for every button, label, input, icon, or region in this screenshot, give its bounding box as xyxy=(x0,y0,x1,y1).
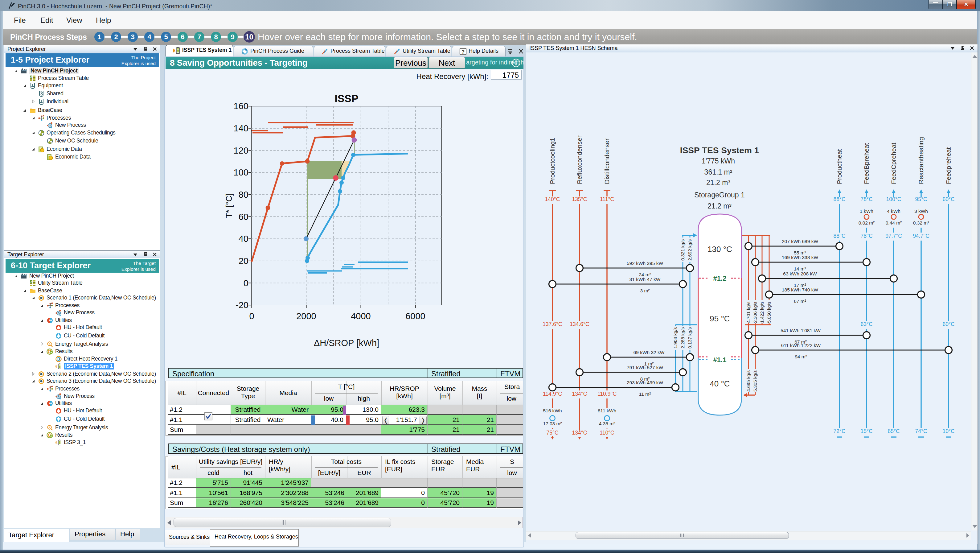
svg-text:?: ? xyxy=(461,49,465,55)
svg-text:80: 80 xyxy=(239,190,248,199)
svg-text:95°C: 95°C xyxy=(915,196,927,202)
svg-text:1'775 kWh: 1'775 kWh xyxy=(702,157,735,165)
svg-text:88°C: 88°C xyxy=(833,196,845,202)
svg-text:5.305 kg/s: 5.305 kg/s xyxy=(752,370,758,392)
svg-text:63°C: 63°C xyxy=(861,321,872,327)
svg-text:X: X xyxy=(30,75,32,78)
svg-text:135°C: 135°C xyxy=(572,196,587,202)
svg-text:160: 160 xyxy=(234,101,248,111)
svg-text:Distillcondenser: Distillcondenser xyxy=(603,139,610,184)
svg-text:78°C: 78°C xyxy=(861,196,872,202)
svg-text:ISSP TES System 1: ISSP TES System 1 xyxy=(680,145,759,155)
svg-text:361.1 m²: 361.1 m² xyxy=(705,168,732,176)
svg-text:140: 140 xyxy=(234,123,248,133)
svg-text:592 kWh 395 kW: 592 kWh 395 kW xyxy=(627,261,663,266)
svg-text:94 m²: 94 m² xyxy=(795,354,807,359)
svg-text:69 kWh 32 kW: 69 kWh 32 kW xyxy=(633,350,665,355)
svg-text:FeedCpreheat: FeedCpreheat xyxy=(890,143,897,184)
svg-text:169 kWh 338 kW: 169 kWh 338 kW xyxy=(782,255,818,260)
svg-text:100: 100 xyxy=(234,167,248,177)
svg-text:541 kWh 1'081 kW: 541 kWh 1'081 kW xyxy=(781,328,821,333)
svg-text:Feedpreheat: Feedpreheat xyxy=(945,147,952,184)
svg-text:0: 0 xyxy=(243,278,248,288)
svg-text:78°C: 78°C xyxy=(861,233,872,239)
svg-text:20: 20 xyxy=(239,256,248,266)
svg-text:94.7°C: 94.7°C xyxy=(913,233,929,239)
svg-text:120: 120 xyxy=(234,145,248,155)
svg-text:207 kWh 689 kW: 207 kWh 689 kW xyxy=(782,239,818,244)
svg-text:6000: 6000 xyxy=(406,311,425,321)
svg-text:114.9°C: 114.9°C xyxy=(543,391,562,397)
svg-text:0.44 m²: 0.44 m² xyxy=(886,220,902,225)
svg-text:-20: -20 xyxy=(235,300,248,310)
svg-text:4.35 m²: 4.35 m² xyxy=(599,421,615,426)
svg-text:2.288 kg/s: 2.288 kg/s xyxy=(680,327,685,349)
svg-text:140°C: 140°C xyxy=(545,196,560,202)
svg-text:StorageGroup 1: StorageGroup 1 xyxy=(694,191,745,199)
svg-text:185 kWh 740 kW: 185 kWh 740 kW xyxy=(782,287,818,292)
svg-text:110.9°C: 110.9°C xyxy=(597,391,617,397)
svg-text:FeedBpreheat: FeedBpreheat xyxy=(863,143,870,184)
svg-text:ISSP: ISSP xyxy=(334,92,358,104)
svg-text:95 °C: 95 °C xyxy=(710,314,730,323)
svg-text:2000: 2000 xyxy=(296,311,316,321)
svg-text:293 kWh 439 kW: 293 kWh 439 kW xyxy=(627,380,663,385)
svg-text:1 kWh: 1 kWh xyxy=(860,209,873,214)
svg-text:14 m²: 14 m² xyxy=(794,266,806,271)
svg-text:Productheat: Productheat xyxy=(836,149,843,184)
svg-text:T* [°C]: T* [°C] xyxy=(224,193,234,218)
svg-text:4.701 kg/s: 4.701 kg/s xyxy=(746,302,751,323)
svg-text:88°C: 88°C xyxy=(833,233,845,239)
svg-text:2.306 kg/s: 2.306 kg/s xyxy=(752,302,758,323)
svg-text:X: X xyxy=(30,280,32,283)
svg-text:Reactantheating: Reactantheating xyxy=(918,137,924,184)
svg-text:5.050 kg/s: 5.050 kg/s xyxy=(766,302,772,323)
svg-text:31 kWh 47 kW: 31 kWh 47 kW xyxy=(630,277,661,282)
svg-text:10°C: 10°C xyxy=(942,428,955,434)
svg-text:63 kWh 208 kW: 63 kWh 208 kW xyxy=(783,271,817,276)
svg-text:134.6°C: 134.6°C xyxy=(570,321,589,327)
svg-text:611 kWh 1'222 kW: 611 kWh 1'222 kW xyxy=(781,343,821,348)
svg-text:#1.2: #1.2 xyxy=(713,274,727,282)
svg-text:130 °C: 130 °C xyxy=(708,245,732,254)
svg-text:791 kWh 527 kW: 791 kWh 527 kW xyxy=(627,365,663,370)
svg-text:60°C: 60°C xyxy=(942,321,955,327)
svg-text:4.695 kg/s: 4.695 kg/s xyxy=(746,370,751,392)
svg-text:15°C: 15°C xyxy=(861,428,872,434)
svg-text:100°C: 100°C xyxy=(886,196,901,202)
svg-text:1.422 kg/s: 1.422 kg/s xyxy=(759,302,765,323)
svg-text:0: 0 xyxy=(249,311,254,321)
svg-text:516 kWh: 516 kWh xyxy=(543,408,562,413)
svg-text:134°C: 134°C xyxy=(572,430,587,436)
svg-text:75°C: 75°C xyxy=(546,430,558,436)
svg-text:67 m²: 67 m² xyxy=(794,298,806,304)
svg-text:74°C: 74°C xyxy=(915,428,927,434)
svg-text:4000: 4000 xyxy=(351,311,371,321)
svg-text:811 kWh: 811 kWh xyxy=(598,408,616,413)
svg-text:40: 40 xyxy=(239,234,248,244)
svg-text:Productcooling1: Productcooling1 xyxy=(549,137,556,184)
svg-text:4 kWh: 4 kWh xyxy=(887,209,900,214)
svg-text:11 m²: 11 m² xyxy=(639,391,651,397)
svg-text:21.2 m³: 21.2 m³ xyxy=(706,178,730,186)
svg-text:#1.1: #1.1 xyxy=(713,356,727,363)
svg-text:72°C: 72°C xyxy=(833,428,845,434)
svg-text:3 m²: 3 m² xyxy=(640,288,650,293)
svg-text:3 kWh: 3 kWh xyxy=(914,209,928,214)
svg-text:0.321 kg/s: 0.321 kg/s xyxy=(680,239,685,261)
svg-text:60: 60 xyxy=(239,212,248,222)
svg-text:65°C: 65°C xyxy=(888,428,900,434)
svg-text:21.2 m³: 21.2 m³ xyxy=(708,202,732,210)
svg-text:60°C: 60°C xyxy=(942,196,955,202)
svg-text:97.7°C: 97.7°C xyxy=(885,233,902,239)
svg-text:ΔH/SROP [kWh]: ΔH/SROP [kWh] xyxy=(314,338,379,348)
svg-text:134°C: 134°C xyxy=(572,391,587,397)
svg-text:17.03 m²: 17.03 m² xyxy=(543,421,562,426)
svg-text:0.32 m²: 0.32 m² xyxy=(913,220,929,225)
svg-text:1.904 kg/s: 1.904 kg/s xyxy=(673,327,678,349)
svg-text:40 °C: 40 °C xyxy=(710,379,730,388)
svg-text:111°C: 111°C xyxy=(600,196,614,202)
svg-text:2.692 kg/s: 2.692 kg/s xyxy=(687,239,692,261)
svg-text:0.137 kg/s: 0.137 kg/s xyxy=(687,327,692,349)
svg-text:0.02 m²: 0.02 m² xyxy=(859,220,875,225)
